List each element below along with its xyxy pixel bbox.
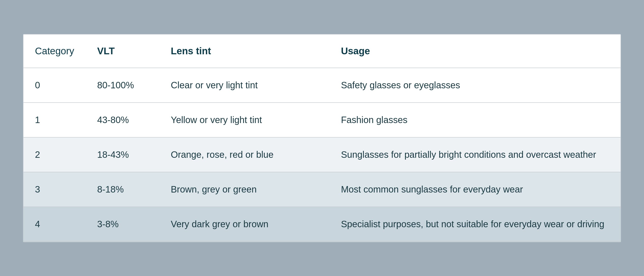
header-category: Category (24, 34, 86, 68)
cell-category-0: 0 (24, 68, 86, 102)
vlt-table: Category VLT Lens tint Usage 0 80-100% C… (24, 34, 620, 242)
cell-vlt-3: 8-18% (86, 172, 159, 207)
cell-vlt-1: 43-80% (86, 102, 159, 137)
cell-vlt-2: 18-43% (86, 137, 159, 172)
cell-usage-1: Fashion glasses (329, 102, 620, 137)
cell-lens-1: Yellow or very light tint (159, 102, 329, 137)
cell-lens-0: Clear or very light tint (159, 68, 329, 102)
table-row: 0 80-100% Clear or very light tint Safet… (24, 68, 620, 102)
cell-lens-2: Orange, rose, red or blue (159, 137, 329, 172)
table-row: 1 43-80% Yellow or very light tint Fashi… (24, 102, 620, 137)
cell-category-2: 2 (24, 137, 86, 172)
cell-usage-2: Sunglasses for partially bright conditio… (329, 137, 620, 172)
cell-vlt-4: 3-8% (86, 207, 159, 242)
cell-vlt-0: 80-100% (86, 68, 159, 102)
cell-category-4: 4 (24, 207, 86, 242)
table-row: 2 18-43% Orange, rose, red or blue Sungl… (24, 137, 620, 172)
table-row: 3 8-18% Brown, grey or green Most common… (24, 172, 620, 207)
cell-usage-0: Safety glasses or eyeglasses (329, 68, 620, 102)
table-row: 4 3-8% Very dark grey or brown Specialis… (24, 207, 620, 242)
cell-usage-4: Specialist purposes, but not suitable fo… (329, 207, 620, 242)
cell-lens-3: Brown, grey or green (159, 172, 329, 207)
header-lens-tint: Lens tint (159, 34, 329, 68)
cell-category-3: 3 (24, 172, 86, 207)
table-header-row: Category VLT Lens tint Usage (24, 34, 620, 68)
header-usage: Usage (329, 34, 620, 68)
main-table-wrapper: Category VLT Lens tint Usage 0 80-100% C… (23, 34, 621, 242)
cell-usage-3: Most common sunglasses for everyday wear (329, 172, 620, 207)
cell-lens-4: Very dark grey or brown (159, 207, 329, 242)
header-vlt: VLT (86, 34, 159, 68)
cell-category-1: 1 (24, 102, 86, 137)
